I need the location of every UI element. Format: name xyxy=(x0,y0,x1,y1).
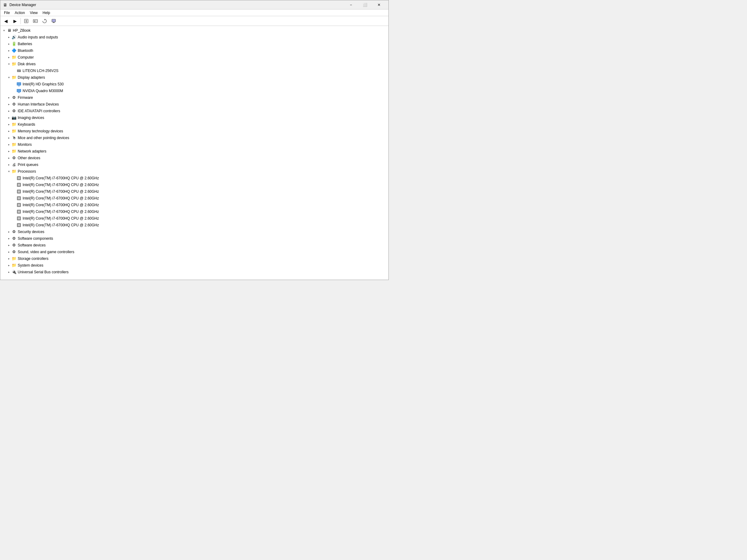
tree-row-disk[interactable]: ▾ 📁 Disk drives xyxy=(0,61,388,68)
tree-row-root[interactable]: ▾ 🖥 HP_ZBook xyxy=(0,27,388,34)
chevron-right-icon: ▸ xyxy=(6,122,11,127)
svg-rect-39 xyxy=(18,224,20,226)
tree-item-cpu-1: Intel(R) Core(TM) i7-6700HQ CPU @ 2.60GH… xyxy=(0,175,388,182)
menu-action[interactable]: Action xyxy=(12,10,27,16)
computer-label: Computer xyxy=(18,54,34,60)
tree-row-cpu-5[interactable]: Intel(R) Core(TM) i7-6700HQ CPU @ 2.60GH… xyxy=(0,202,388,208)
tree-row-storage[interactable]: ▸ 📁 Storage controllers xyxy=(0,255,388,262)
svg-text:⬆: ⬆ xyxy=(34,20,36,22)
tree-row-audio[interactable]: ▸ 🔊 Audio inputs and outputs xyxy=(0,34,388,41)
minimize-button[interactable]: − xyxy=(344,0,358,9)
window-controls: − ⬜ ✕ xyxy=(344,0,386,9)
sound-label: Sound, video and game controllers xyxy=(18,249,74,255)
tree-row-usb[interactable]: ▸ 🔌 Universal Serial Bus controllers xyxy=(0,269,388,275)
audio-label: Audio inputs and outputs xyxy=(18,34,58,40)
svg-rect-15 xyxy=(18,92,20,93)
tree-row-mice[interactable]: ▸ 🖱 Mice and other pointing devices xyxy=(0,134,388,141)
imaging-label: Imaging devices xyxy=(18,115,44,121)
svg-rect-5 xyxy=(52,19,55,22)
menu-file[interactable]: File xyxy=(2,10,12,16)
tree-row-batteries[interactable]: ▸ 🔋 Batteries xyxy=(0,41,388,47)
menu-help[interactable]: Help xyxy=(40,10,53,16)
tree-row-sw-devices[interactable]: ▸ ⚙ Software devices xyxy=(0,242,388,248)
display-folder-icon: 📁 xyxy=(11,75,17,80)
tree-row-cpu-2[interactable]: Intel(R) Core(TM) i7-6700HQ CPU @ 2.60GH… xyxy=(0,182,388,188)
svg-rect-18 xyxy=(18,177,20,179)
storage-icon: 📁 xyxy=(11,256,17,261)
tree-row-cpu-3[interactable]: Intel(R) Core(TM) i7-6700HQ CPU @ 2.60GH… xyxy=(0,188,388,195)
tree-row-memory[interactable]: ▸ 📁 Memory technology devices xyxy=(0,128,388,134)
toolbar-update-driver[interactable]: ⬆ xyxy=(31,17,40,25)
tree-row-display[interactable]: ▾ 📁 Display adapters xyxy=(0,74,388,81)
security-label: Security devices xyxy=(18,229,44,235)
toolbar-back[interactable]: ◀ xyxy=(2,17,10,25)
processors-label: Processors xyxy=(18,168,36,175)
menu-view[interactable]: View xyxy=(27,10,40,16)
svg-rect-36 xyxy=(18,217,20,219)
tree-row-imaging[interactable]: ▸ 📷 Imaging devices xyxy=(0,114,388,121)
tree-row-keyboards[interactable]: ▸ 📁 Keyboards xyxy=(0,121,388,128)
tree-row-ide[interactable]: ▸ ⚙ IDE ATA/ATAPI controllers xyxy=(0,108,388,114)
tree-row-computer[interactable]: ▸ 📁 Computer xyxy=(0,54,388,61)
svg-rect-14 xyxy=(17,89,21,92)
batteries-label: Batteries xyxy=(18,41,32,47)
tree-item-cpu-7: Intel(R) Core(TM) i7-6700HQ CPU @ 2.60GH… xyxy=(0,215,388,222)
cpu-1-icon xyxy=(16,176,22,181)
system-label: System devices xyxy=(18,262,43,268)
tree-row-other[interactable]: ▸ ⚙ Other devices xyxy=(0,155,388,161)
tree-row-nvidia[interactable]: NVIDIA Quadro M3000M xyxy=(0,87,388,94)
tree-row-intel-hd[interactable]: Intel(R) HD Graphics 530 xyxy=(0,81,388,87)
toolbar-forward[interactable]: ▶ xyxy=(11,17,19,25)
keyboards-label: Keyboards xyxy=(18,122,35,128)
tree-row-monitors[interactable]: ▸ 📁 Monitors xyxy=(0,141,388,148)
tree-row-cpu-6[interactable]: Intel(R) Core(TM) i7-6700HQ CPU @ 2.60GH… xyxy=(0,208,388,215)
toolbar-scan[interactable] xyxy=(40,17,49,25)
cpu-5-icon xyxy=(16,202,22,208)
audio-icon: 🔊 xyxy=(11,34,17,40)
tree-row-cpu-4[interactable]: Intel(R) Core(TM) i7-6700HQ CPU @ 2.60GH… xyxy=(0,195,388,202)
tree-row-security[interactable]: ▸ ⚙ Security devices xyxy=(0,229,388,235)
close-button[interactable]: ✕ xyxy=(372,0,386,9)
content-area[interactable]: ▾ 🖥 HP_ZBook ▸ 🔊 Audio inputs and output… xyxy=(0,26,388,280)
tree-row-cpu-8[interactable]: Intel(R) Core(TM) i7-6700HQ CPU @ 2.60GH… xyxy=(0,222,388,229)
tree-row-liteon[interactable]: LITEON LCH-256V2S xyxy=(0,68,388,74)
device-manager-window: 🖥 Device Manager − ⬜ ✕ File Action View … xyxy=(0,0,389,280)
tree-item-cpu-3: Intel(R) Core(TM) i7-6700HQ CPU @ 2.60GH… xyxy=(0,188,388,195)
window-icon: 🖥 xyxy=(3,2,8,7)
cpu-6-icon xyxy=(16,209,22,214)
tree-item-monitors: ▸ 📁 Monitors xyxy=(0,141,388,148)
tree-row-network[interactable]: ▸ 📁 Network adapters xyxy=(0,148,388,155)
toolbar: ◀ ▶ ⬆ xyxy=(0,16,388,26)
tree-row-print[interactable]: ▸ 🖨 Print queues xyxy=(0,161,388,168)
ide-label: IDE ATA/ATAPI controllers xyxy=(18,108,60,114)
svg-rect-27 xyxy=(18,197,20,199)
liteon-label: LITEON LCH-256V2S xyxy=(23,68,58,74)
cpu-8-icon xyxy=(16,222,22,228)
tree-item-processors: ▾ 📁 Processors xyxy=(0,168,388,229)
chevron-right-icon: ▸ xyxy=(6,230,11,234)
tree-row-cpu-7[interactable]: Intel(R) Core(TM) i7-6700HQ CPU @ 2.60GH… xyxy=(0,215,388,222)
toolbar-properties[interactable] xyxy=(22,17,30,25)
tree-item-sound: ▸ ⚙ Sound, video and game controllers xyxy=(0,248,388,255)
tree-row-cpu-1[interactable]: Intel(R) Core(TM) i7-6700HQ CPU @ 2.60GH… xyxy=(0,175,388,182)
cpu-5-label: Intel(R) Core(TM) i7-6700HQ CPU @ 2.60GH… xyxy=(23,202,99,208)
imaging-icon: 📷 xyxy=(11,115,17,121)
toolbar-display[interactable] xyxy=(49,17,58,25)
chevron-right-icon: ▸ xyxy=(6,270,11,274)
tree-row-hid[interactable]: ▸ ⚙ Human Interface Devices xyxy=(0,101,388,108)
tree-item-storage: ▸ 📁 Storage controllers xyxy=(0,255,388,262)
tree-item-memory: ▸ 📁 Memory technology devices xyxy=(0,128,388,134)
chevron-right-icon: ▸ xyxy=(6,102,11,107)
tree-row-processors[interactable]: ▾ 📁 Processors xyxy=(0,168,388,175)
usb-label: Universal Serial Bus controllers xyxy=(18,269,69,275)
tree-row-firmware[interactable]: ▸ ⚙ Firmware xyxy=(0,94,388,101)
chevron-right-icon: ▸ xyxy=(6,129,11,134)
tree-row-sw-components[interactable]: ▸ ⚙ Software components xyxy=(0,235,388,242)
display-label: Display adapters xyxy=(18,74,45,81)
maximize-button[interactable]: ⬜ xyxy=(358,0,372,9)
device-tree: ▾ 🖥 HP_ZBook ▸ 🔊 Audio inputs and output… xyxy=(0,27,388,275)
tree-row-bluetooth[interactable]: ▸ 🔷 Bluetooth xyxy=(0,47,388,54)
svg-rect-30 xyxy=(18,204,20,206)
tree-row-sound[interactable]: ▸ ⚙ Sound, video and game controllers xyxy=(0,248,388,255)
tree-row-system[interactable]: ▸ 📁 System devices xyxy=(0,262,388,269)
